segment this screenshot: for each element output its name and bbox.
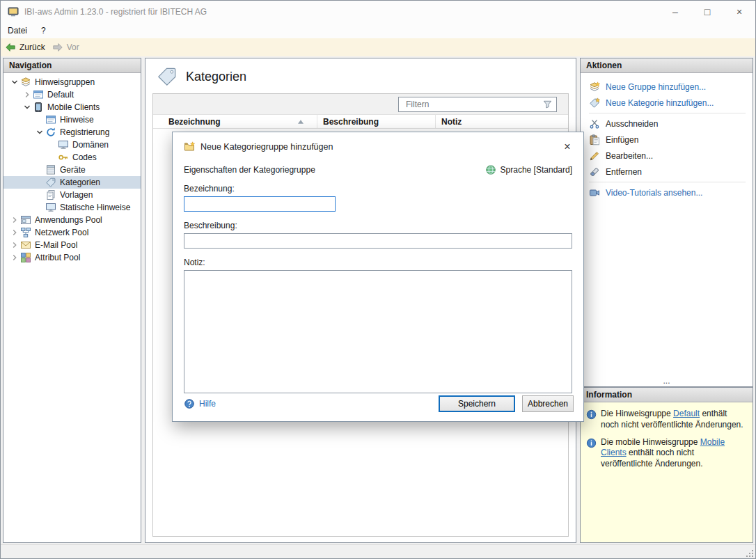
chevron-right-icon[interactable] <box>9 227 20 238</box>
language-selector[interactable]: Sprache [Standard] <box>485 164 572 175</box>
info-icon <box>586 409 597 420</box>
name-label: Bezeichnung: <box>184 184 572 194</box>
sort-ascending-icon <box>297 119 304 125</box>
note-label: Notiz: <box>184 258 572 267</box>
action-label: Neue Gruppe hinzufügen... <box>606 82 706 92</box>
tree-item-netzwerk-pool[interactable]: Netzwerk Pool <box>3 226 141 239</box>
dialog-close-button[interactable]: × <box>557 139 578 155</box>
chevron-down-icon[interactable] <box>22 102 33 113</box>
action-label: Entfernen <box>606 167 642 177</box>
action-label: Einfügen <box>606 135 638 145</box>
menu-item-datei[interactable]: Datei <box>1 23 34 38</box>
chevron-right-icon[interactable] <box>9 214 20 226</box>
forward-button[interactable]: Vor <box>52 42 79 53</box>
column-header-bezeichnung[interactable]: Bezeichnung <box>153 115 317 128</box>
navigation-tree: Hinweisgruppen Default Mobile Clients Hi… <box>3 73 141 264</box>
actions-overflow-indicator: ... <box>581 376 753 386</box>
column-label: Bezeichnung <box>168 117 221 127</box>
tree-item-hinweisgruppen[interactable]: Hinweisgruppen <box>3 76 141 88</box>
action-cut[interactable]: Ausschneiden <box>589 116 753 132</box>
column-header-notiz[interactable]: Notiz <box>436 115 568 128</box>
action-video-tutorials[interactable]: Video-Tutorials ansehen... <box>589 184 753 200</box>
tree-item-codes[interactable]: Codes <box>3 151 141 164</box>
tree-item-label: Vorlagen <box>60 190 93 200</box>
notice-window-icon <box>33 89 44 100</box>
action-label: Ausschneiden <box>606 119 658 129</box>
minimize-button[interactable]: – <box>659 1 691 23</box>
group-stack-icon <box>20 77 31 88</box>
tree-item-kategorien[interactable]: Kategorien <box>3 176 141 189</box>
clipboard-icon <box>589 134 600 145</box>
back-button[interactable]: Zurück <box>5 42 45 53</box>
action-paste[interactable]: Einfügen <box>589 132 753 148</box>
description-label: Beschreibung: <box>184 221 572 230</box>
column-label: Beschreibung <box>323 117 379 127</box>
tree-item-mobile-clients[interactable]: Mobile Clients <box>3 101 141 113</box>
tree-item-label: Statische Hinweise <box>60 203 130 212</box>
tree-item-domaenen[interactable]: Domänen <box>3 139 141 151</box>
tree-item-vorlagen[interactable]: Vorlagen <box>3 189 141 201</box>
help-link[interactable]: Hilfe <box>184 398 216 409</box>
info-icon <box>586 438 597 448</box>
tag-icon <box>45 177 56 188</box>
tree-item-label: Hinweise <box>60 115 94 125</box>
cancel-button[interactable]: Abbrechen <box>522 395 574 412</box>
tree-item-label: Anwendungs Pool <box>35 215 102 225</box>
separator <box>589 113 746 113</box>
actions-panel-header: Aktionen <box>581 58 753 73</box>
filter-funnel-icon[interactable] <box>542 99 553 109</box>
close-button[interactable]: × <box>723 1 755 23</box>
info-link-default[interactable]: Default <box>673 409 700 418</box>
tree-item-anwendungs-pool[interactable]: Anwendungs Pool <box>3 214 141 226</box>
tree-item-label: Netzwerk Pool <box>35 228 88 237</box>
dialog-section-row: Eigenschaften der Kategoriegruppe Sprach… <box>184 164 572 175</box>
navigation-panel-header: Navigation <box>3 58 141 73</box>
pencil-icon <box>589 150 600 162</box>
dialog-body: Eigenschaften der Kategoriegruppe Sprach… <box>173 155 583 393</box>
monitor-icon <box>58 139 69 150</box>
tree-item-attribut-pool[interactable]: Attribut Pool <box>3 251 141 264</box>
language-label: Sprache [Standard] <box>501 165 572 175</box>
description-input[interactable] <box>184 233 572 249</box>
back-label: Zurück <box>19 42 45 52</box>
resize-grip[interactable] <box>746 549 754 558</box>
action-remove[interactable]: Entfernen <box>589 164 753 180</box>
tree-item-e-mail-pool[interactable]: E-Mail Pool <box>3 239 141 251</box>
information-panel-header: Information <box>581 388 753 402</box>
chevron-down-icon[interactable] <box>34 127 45 138</box>
device-list-icon <box>45 164 56 175</box>
mobile-device-icon <box>33 102 44 113</box>
tree-item-registrierung[interactable]: Registrierung <box>3 126 141 139</box>
chevron-right-icon[interactable] <box>9 239 20 251</box>
tag-icon <box>157 66 178 87</box>
action-new-category[interactable]: Neue Kategorie hinzufügen... <box>589 95 753 111</box>
tree-item-hinweise[interactable]: Hinweise <box>3 113 141 126</box>
menu-item-help[interactable]: ? <box>34 23 53 38</box>
page-header: Kategorien <box>145 58 576 87</box>
chevron-right-icon[interactable] <box>22 89 33 100</box>
action-label: Neue Kategorie hinzufügen... <box>606 98 714 108</box>
maximize-button[interactable]: □ <box>691 1 723 23</box>
name-input[interactable] <box>184 196 336 212</box>
info-note-default: Die Hinweisgruppe Default enthält noch n… <box>586 409 747 431</box>
window-title: IBI-aws Admin 1.23.0 - registriert für I… <box>24 7 207 17</box>
filter-box <box>398 97 557 112</box>
action-edit[interactable]: Bearbeiten... <box>589 148 753 164</box>
information-body: Die Hinweisgruppe Default enthält noch n… <box>581 402 753 476</box>
scissors-icon <box>589 118 600 129</box>
note-textarea[interactable] <box>184 270 572 393</box>
column-header-beschreibung[interactable]: Beschreibung <box>317 115 436 128</box>
chevron-down-icon[interactable] <box>9 77 20 88</box>
tree-item-statische-hinweise[interactable]: Statische Hinweise <box>3 201 141 214</box>
save-button[interactable]: Speichern <box>439 395 515 412</box>
action-label: Bearbeiten... <box>606 151 653 161</box>
tree-item-default[interactable]: Default <box>3 88 141 101</box>
action-new-group[interactable]: Neue Gruppe hinzufügen... <box>589 79 753 95</box>
info-note-mobile-clients: Die mobile Hinweisgruppe Mobile Clients … <box>586 437 747 470</box>
chevron-right-icon[interactable] <box>9 252 20 263</box>
tree-item-geraete[interactable]: Geräte <box>3 164 141 176</box>
dialog-section-label: Eigenschaften der Kategoriegruppe <box>184 165 315 175</box>
dialog-titlebar: Neue Kategoriegruppe hinzufügen × <box>173 132 583 155</box>
action-list: Neue Gruppe hinzufügen... Neue Kategorie… <box>581 73 753 200</box>
filter-input[interactable] <box>399 97 542 111</box>
